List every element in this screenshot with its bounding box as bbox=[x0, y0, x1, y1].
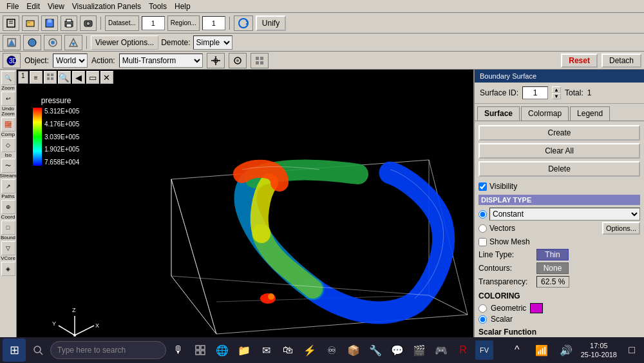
taskbar-icon-11[interactable]: R bbox=[453, 340, 473, 360]
constant-radio[interactable] bbox=[478, 210, 487, 219]
sidebar-comp[interactable]: 🧱 bbox=[1, 117, 15, 132]
surface-id-input[interactable] bbox=[522, 86, 548, 99]
taskbar-icon-7[interactable]: 🔧 bbox=[366, 340, 385, 360]
color-swatch[interactable] bbox=[530, 303, 543, 313]
constant-select[interactable]: Constant bbox=[489, 208, 640, 221]
svg-marker-20 bbox=[71, 43, 75, 46]
taskbar-explorer[interactable]: 📁 bbox=[234, 340, 254, 360]
sidebar-extra[interactable]: ◈ bbox=[1, 262, 15, 276]
taskbar-sys-icon-1[interactable]: ^ bbox=[507, 340, 527, 360]
sidebar-undo-zoom[interactable]: ↩ bbox=[1, 92, 15, 106]
taskbar-search-icon[interactable] bbox=[28, 340, 48, 360]
tab-surface[interactable]: Surface bbox=[477, 106, 520, 121]
menu-vis-panels[interactable]: Visualization Panels bbox=[68, 1, 145, 12]
dataset-btn[interactable]: Dataset... bbox=[105, 15, 139, 31]
taskbar-task-view[interactable] bbox=[191, 340, 210, 360]
region-input[interactable]: 1 bbox=[202, 16, 225, 30]
tab-legend[interactable]: Legend bbox=[570, 106, 610, 121]
taskbar-action-center[interactable]: □ bbox=[622, 340, 641, 360]
spin-up[interactable]: ▲ bbox=[552, 86, 561, 93]
demote-select[interactable]: Simple Normal Full bbox=[193, 35, 232, 50]
dataset-input[interactable]: 1 bbox=[142, 16, 165, 30]
viewport-toolbar: 1 ≡ 🔍 ◀ ▭ ✕ bbox=[18, 71, 113, 84]
taskbar-icon-9[interactable]: 🎬 bbox=[410, 340, 429, 360]
taskbar-icon-8[interactable]: 💬 bbox=[388, 340, 407, 360]
vectors-radio[interactable] bbox=[478, 224, 487, 233]
taskbar-arduino[interactable]: ⚡ bbox=[300, 340, 319, 360]
taskbar-clock[interactable]: 17:05 25-10-2018 bbox=[581, 341, 617, 360]
nav-btn-1[interactable] bbox=[3, 35, 21, 50]
svg-line-46 bbox=[429, 295, 468, 315]
tab-colormap[interactable]: Colormap bbox=[521, 106, 569, 121]
refresh-btn[interactable] bbox=[234, 15, 253, 31]
region-btn[interactable]: Region... bbox=[167, 15, 200, 31]
tb3-btn-1[interactable]: 3D bbox=[3, 53, 21, 68]
delete-btn[interactable]: Delete bbox=[478, 161, 640, 177]
sidebar-coord[interactable]: ⊕ bbox=[1, 200, 15, 214]
reset-btn[interactable]: Reset bbox=[561, 54, 598, 68]
geometric-radio[interactable] bbox=[478, 304, 487, 313]
vp-tb-prev[interactable]: ◀ bbox=[72, 71, 85, 84]
taskbar-mail[interactable]: ✉ bbox=[256, 340, 276, 360]
vp-tb-close[interactable]: ✕ bbox=[100, 71, 113, 84]
vp-tb-id[interactable]: 1 bbox=[18, 71, 28, 84]
taskbar-search-text: Type here to search bbox=[57, 346, 126, 355]
taskbar-icon-10[interactable]: 🎮 bbox=[431, 340, 451, 360]
contours-row: Contours: None bbox=[478, 262, 640, 274]
contours-value[interactable]: None bbox=[536, 262, 569, 274]
sidebar-paths[interactable]: ↗ bbox=[1, 179, 15, 193]
sidebar-vcore[interactable]: ▽ bbox=[1, 241, 15, 255]
viewer-options-btn[interactable]: Viewer Options... bbox=[91, 35, 158, 50]
detach-btn[interactable]: Detach bbox=[601, 54, 641, 68]
start-button[interactable]: ⊞ bbox=[3, 338, 26, 362]
print-btn[interactable] bbox=[61, 15, 77, 31]
scalar-radio[interactable] bbox=[478, 315, 487, 324]
open-btn[interactable] bbox=[22, 15, 39, 31]
nav-btn-2[interactable] bbox=[23, 35, 41, 50]
sidebar-zoom[interactable]: 🔍 bbox=[1, 71, 15, 85]
menu-help[interactable]: Help bbox=[171, 1, 194, 12]
visibility-checkbox[interactable] bbox=[478, 182, 487, 191]
nav-btn-4[interactable] bbox=[64, 35, 82, 50]
taskbar-volume[interactable]: 🔊 bbox=[556, 340, 576, 360]
clear-all-btn[interactable]: Clear All bbox=[478, 143, 640, 159]
object-select[interactable]: World bbox=[53, 54, 88, 68]
menu-file[interactable]: File bbox=[3, 1, 23, 12]
nav-btn-3[interactable] bbox=[44, 35, 62, 50]
settings-btn[interactable] bbox=[229, 53, 247, 68]
camera-btn[interactable] bbox=[80, 15, 97, 31]
menu-tools[interactable]: Tools bbox=[145, 1, 171, 12]
taskbar-edge[interactable]: 🌐 bbox=[213, 340, 232, 360]
vp-tb-list[interactable]: ≡ bbox=[30, 71, 43, 84]
options-btn[interactable]: Options... bbox=[602, 222, 640, 235]
menu-view[interactable]: View bbox=[44, 1, 68, 12]
spin-down[interactable]: ▼ bbox=[552, 93, 561, 99]
taskbar-search-box[interactable]: Type here to search bbox=[50, 341, 166, 359]
taskbar-cortana[interactable]: 🎙 bbox=[169, 340, 188, 360]
sidebar-iso[interactable]: ◇ bbox=[1, 138, 15, 152]
taskbar-wifi[interactable]: 📶 bbox=[532, 340, 551, 360]
unify-btn[interactable]: Unify bbox=[256, 15, 286, 31]
grid-btn[interactable] bbox=[251, 53, 269, 68]
vp-tb-grid[interactable] bbox=[44, 71, 57, 84]
save-btn[interactable] bbox=[41, 15, 58, 31]
vp-tb-rect[interactable]: ▭ bbox=[86, 71, 99, 84]
line-type-value[interactable]: Thin bbox=[536, 249, 569, 260]
sidebar-stream[interactable]: 〜 bbox=[1, 159, 15, 173]
taskbar-right: ^ 📶 🔊 17:05 25-10-2018 □ bbox=[507, 340, 641, 360]
taskbar-icon-5[interactable]: ♾ bbox=[322, 340, 341, 360]
surface-id-label: Surface ID: bbox=[480, 88, 518, 97]
create-btn[interactable]: Create bbox=[478, 125, 640, 141]
vp-tb-search[interactable]: 🔍 bbox=[58, 71, 71, 84]
taskbar-store[interactable]: 🛍 bbox=[278, 340, 298, 360]
scalar-coloring-label: Scalar bbox=[491, 315, 513, 324]
crosshair-btn[interactable] bbox=[207, 53, 225, 68]
new-btn[interactable] bbox=[3, 15, 19, 31]
sidebar-bound[interactable]: □ bbox=[1, 221, 15, 235]
viewport[interactable]: 1 ≡ 🔍 ◀ ▭ ✕ pressure 5.312E+005 4.176E+0… bbox=[17, 70, 473, 363]
taskbar-icon-12[interactable]: FV bbox=[475, 340, 493, 360]
taskbar-icon-6[interactable]: 📦 bbox=[344, 340, 363, 360]
menu-edit[interactable]: Edit bbox=[23, 1, 44, 12]
show-mesh-checkbox[interactable] bbox=[478, 238, 487, 246]
action-select[interactable]: Multi-Transform bbox=[119, 54, 203, 68]
